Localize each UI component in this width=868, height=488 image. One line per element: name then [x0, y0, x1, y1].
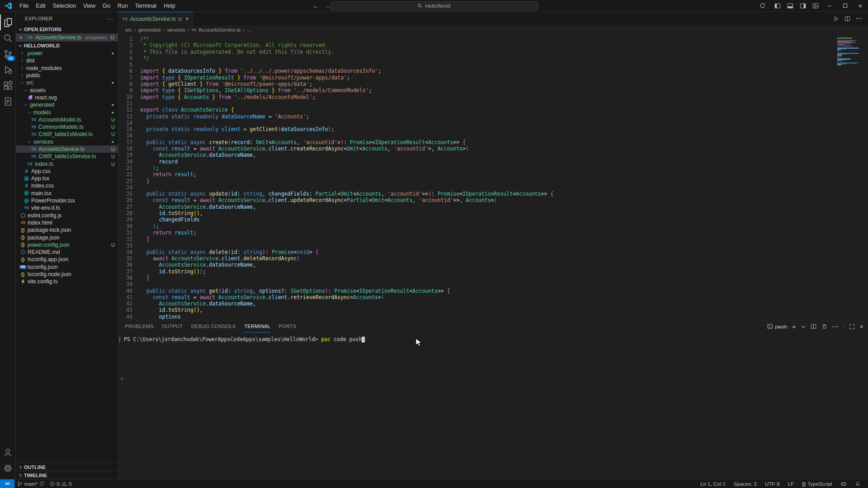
tree-item-package-json[interactable]: {}package.json [16, 234, 118, 241]
nav-forward-icon[interactable]: → [324, 2, 330, 9]
menu-file[interactable]: File [16, 0, 32, 11]
menu-run[interactable]: Run [114, 0, 132, 11]
terminal-dropdown-icon[interactable] [801, 324, 806, 329]
menu-view[interactable]: View [80, 0, 99, 11]
tree-item-power-config-json[interactable]: {}power.config.jsonU [16, 241, 118, 249]
tree-item-assets[interactable]: assets [16, 86, 118, 94]
tree-item-powerprovider-tsx[interactable]: PowerProvider.tsx [16, 197, 118, 204]
menu-selection[interactable]: Selection [49, 0, 80, 11]
tree-item-node-modules[interactable]: node_modules [16, 65, 118, 72]
tree-item-eslint-config-js[interactable]: eslint.config.js [16, 212, 118, 219]
maximize-panel-icon[interactable] [849, 324, 855, 329]
toggle-secondary-sidebar-icon[interactable] [797, 0, 809, 11]
tree-item-readme-md[interactable]: README.md [16, 249, 118, 256]
tree-item-generated[interactable]: generated● [16, 101, 118, 108]
indentation[interactable]: Spaces: 2 [731, 481, 760, 487]
tree-item-main-tsx[interactable]: main.tsx [16, 190, 118, 197]
breadcrumb-item[interactable]: generated [138, 27, 161, 33]
tree-item-index-css[interactable]: #index.css [16, 182, 118, 189]
activity-settings-gear-icon[interactable] [0, 460, 16, 476]
problems-status[interactable]: 0 0 [47, 481, 74, 487]
menu-go[interactable]: Go [99, 0, 114, 11]
menu-help[interactable]: Help [160, 0, 179, 11]
activity-source-control-icon[interactable]: 68 [0, 46, 16, 62]
tree-item-accountsmodel-ts[interactable]: TSAccountsModel.tsU [16, 116, 118, 123]
close-button[interactable]: × [853, 0, 868, 11]
panel-tab-ports[interactable]: PORTS [278, 320, 296, 333]
outline-section-header[interactable]: OUTLINE [16, 463, 118, 471]
tab-accountsservice[interactable]: TS AccountsService.ts U × [118, 12, 193, 25]
notifications-bell[interactable] [852, 481, 864, 487]
menu-terminal[interactable]: Terminal [132, 0, 160, 11]
explorer-more-actions-icon[interactable]: ··· [106, 15, 113, 22]
open-editor-item[interactable]: × TS AccountsService.ts src\generated\se… [16, 33, 118, 42]
tree-item-models[interactable]: models● [16, 108, 118, 116]
tree-item-commonmodels-ts[interactable]: TSCommonModels.tsU [16, 123, 118, 131]
breadcrumb-item[interactable]: ... [247, 27, 251, 33]
toggle-sidebar-icon[interactable] [771, 0, 784, 11]
tree-item-crb5f-table1smodel-ts[interactable]: TSCrb5f_table1sModel.tsU [16, 131, 118, 138]
tree-item-index-ts[interactable]: TSindex.tsU [16, 160, 118, 167]
minimap[interactable] [837, 37, 860, 66]
split-terminal-icon[interactable] [811, 324, 816, 329]
sync-icon[interactable] [756, 0, 769, 11]
panel-tab-output[interactable]: OUTPUT [162, 320, 183, 333]
minimize-button[interactable]: ─ [822, 0, 837, 11]
close-icon[interactable]: × [19, 35, 25, 40]
close-panel-icon[interactable]: × [860, 323, 863, 330]
panel-tab-terminal[interactable]: TERMINAL [244, 320, 270, 333]
activity-search-icon[interactable] [0, 30, 16, 46]
activity-explorer-icon[interactable] [0, 14, 16, 30]
panel-tab-debug-console[interactable]: DEBUG CONSOLE [191, 320, 236, 333]
terminal[interactable]: PS C:\Users\jordanchodak\PowerAppsCodeAp… [118, 333, 868, 479]
tree-item-vite-config-ts[interactable]: vite.config.ts [16, 278, 118, 285]
nav-back-icon[interactable]: ← [313, 2, 319, 9]
breadcrumb[interactable]: src›generated›services›TSAccountsService… [118, 25, 868, 34]
timeline-section-header[interactable]: TIMELINE [16, 471, 118, 479]
activity-run-debug-icon[interactable] [0, 62, 16, 78]
more-actions-icon[interactable]: ··· [856, 15, 863, 22]
tree-item-app-tsx[interactable]: App.tsx [16, 175, 118, 182]
close-tab-icon[interactable]: × [185, 16, 189, 22]
language-mode[interactable]: {} TypeScript [799, 481, 835, 487]
encoding[interactable]: UTF-8 [762, 481, 783, 487]
tree-item-src[interactable]: src● [16, 79, 118, 86]
panel-tab-problems[interactable]: PROBLEMS [125, 320, 154, 333]
tree-item-tsconfig-json[interactable]: TStsconfig.json [16, 263, 118, 271]
terminal-shell-entry[interactable]: pwsh [767, 324, 787, 329]
eol-sequence[interactable]: LF [785, 481, 797, 487]
tree-item-public[interactable]: public [16, 72, 118, 79]
copilot-status[interactable] [837, 481, 850, 487]
tree-item-dist[interactable]: dist [16, 57, 118, 64]
toggle-panel-icon[interactable] [784, 0, 797, 11]
open-editors-header[interactable]: OPEN EDITORS [16, 25, 118, 33]
command-center-search[interactable]: HelloWorld [330, 1, 538, 10]
customize-layout-icon[interactable] [809, 0, 822, 11]
cursor-position[interactable]: Ln 1, Col 1 [697, 481, 729, 487]
breadcrumb-item[interactable]: src [125, 27, 132, 33]
tree-item-app-css[interactable]: #App.css [16, 168, 118, 175]
breadcrumb-item[interactable]: AccountsService.ts [198, 27, 241, 33]
tree-item-index-html[interactable]: <>index.html [16, 219, 118, 226]
tree-item-tsconfig-node-json[interactable]: {}tsconfig.node.json [16, 271, 118, 278]
split-editor-icon[interactable] [844, 16, 850, 22]
tree-item-react-svg[interactable]: react.svg [16, 94, 118, 101]
panel-more-icon[interactable]: ··· [832, 324, 839, 330]
activity-log-icon[interactable] [0, 94, 16, 109]
workspace-root-header[interactable]: HELLOWORLD [16, 42, 118, 50]
tree-item-tsconfig-app-json[interactable]: {}tsconfig.app.json [16, 256, 118, 263]
activity-account-icon[interactable] [0, 445, 16, 460]
tree-item-crb5f-table1sservice-ts[interactable]: TSCrb5f_table1sService.tsU [16, 153, 118, 160]
run-file-icon[interactable] [833, 16, 839, 22]
tree-item-package-lock-json[interactable]: {}package-lock.json [16, 226, 118, 234]
remote-indicator[interactable]: >< [0, 479, 14, 488]
menu-edit[interactable]: Edit [32, 0, 49, 11]
breadcrumb-item[interactable]: services [167, 27, 185, 33]
git-branch-status[interactable]: main* [14, 481, 47, 487]
tree-item-accountsservice-ts[interactable]: TSAccountsService.tsU [16, 145, 118, 153]
activity-extensions-icon[interactable] [0, 78, 16, 94]
maximize-button[interactable] [837, 0, 853, 11]
tree-item-services[interactable]: services● [16, 138, 118, 145]
code-editor[interactable]: 1/*!2 * Copyright (C) Microsoft Corporat… [118, 34, 868, 320]
kill-terminal-icon[interactable] [821, 324, 827, 329]
